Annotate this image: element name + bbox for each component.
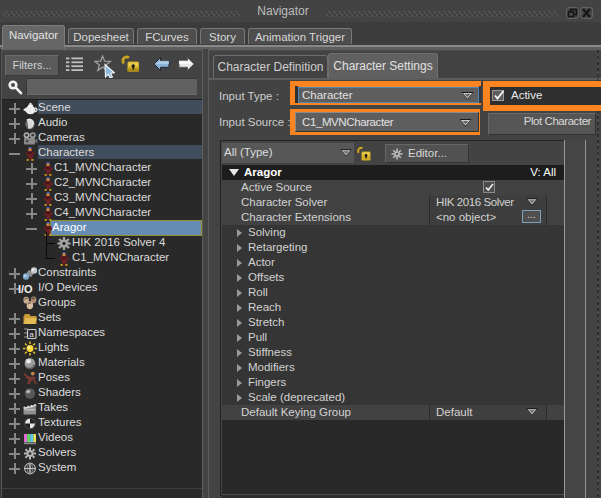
svg-text:I/O: I/O: [18, 283, 33, 295]
svg-text:a: a: [29, 330, 34, 339]
